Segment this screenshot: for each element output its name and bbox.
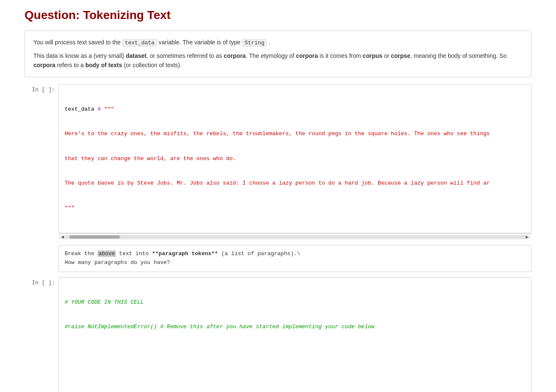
cell-content-3[interactable]: # YOUR CODE IN THIS CELL #raise NotImple… xyxy=(58,277,531,392)
code-line-5: """ xyxy=(65,204,525,212)
code-line-1: text_data = """ xyxy=(65,105,525,114)
markdown-line-1: Break the above text into **paragraph to… xyxy=(65,250,525,259)
markdown-cell-1: Break the above text into **paragraph to… xyxy=(58,245,531,272)
page-title: Question: Tokenizing Text xyxy=(25,8,531,22)
code-line-c1: # YOUR CODE IN THIS CELL xyxy=(65,298,525,307)
cell-label-2 xyxy=(25,245,58,248)
code-line-3: that they can change the world, are the … xyxy=(65,155,525,163)
code-cell-1[interactable]: text_data = """ Here's to the crazy ones… xyxy=(58,84,531,234)
info-box: You will process text saved to the text_… xyxy=(25,30,531,77)
markdown-line-2: How many paragraphs do you have? xyxy=(65,259,525,267)
cell-paragraph-code: In [ ]: # YOUR CODE IN THIS CELL #raise … xyxy=(25,277,531,392)
cell-label-3: In [ ]: xyxy=(25,277,58,286)
cell-label-1: In [ ]: xyxy=(25,84,58,93)
string-type: String xyxy=(242,39,267,47)
code-line-4: The quote baove is by Steve Jobs. Mr. Jo… xyxy=(65,179,525,188)
scrollbar-track[interactable] xyxy=(65,235,525,239)
highlighted-above: above xyxy=(98,250,116,257)
scrollbar-area[interactable]: ◀ ▶ xyxy=(58,233,531,240)
code-line-2: Here's to the crazy ones, the misfits, t… xyxy=(65,130,525,138)
cell-content-2: Break the above text into **paragraph to… xyxy=(58,245,531,272)
code-cell-3[interactable]: # YOUR CODE IN THIS CELL #raise NotImple… xyxy=(58,277,531,392)
page-container: Question: Tokenizing Text You will proce… xyxy=(12,0,544,392)
info-para-2: This data is know as a (very small) data… xyxy=(33,51,523,70)
code-line-blank2 xyxy=(65,372,525,381)
info-para-1: You will process text saved to the text_… xyxy=(33,38,523,48)
cell-text-data: In [ ]: text_data = """ Here's to the cr… xyxy=(25,84,531,240)
cell-paragraph-markdown: Break the above text into **paragraph to… xyxy=(25,245,531,272)
scroll-right-arrow[interactable]: ▶ xyxy=(525,234,530,239)
code-line-blank xyxy=(65,348,525,356)
scroll-left-arrow[interactable]: ◀ xyxy=(60,234,65,239)
code-line-c2: #raise NotImplementedError() # Remove th… xyxy=(65,323,525,331)
text-data-var: text_data xyxy=(122,39,157,47)
cell-content-1[interactable]: text_data = """ Here's to the crazy ones… xyxy=(58,84,531,240)
scrollbar-thumb[interactable] xyxy=(69,235,120,239)
